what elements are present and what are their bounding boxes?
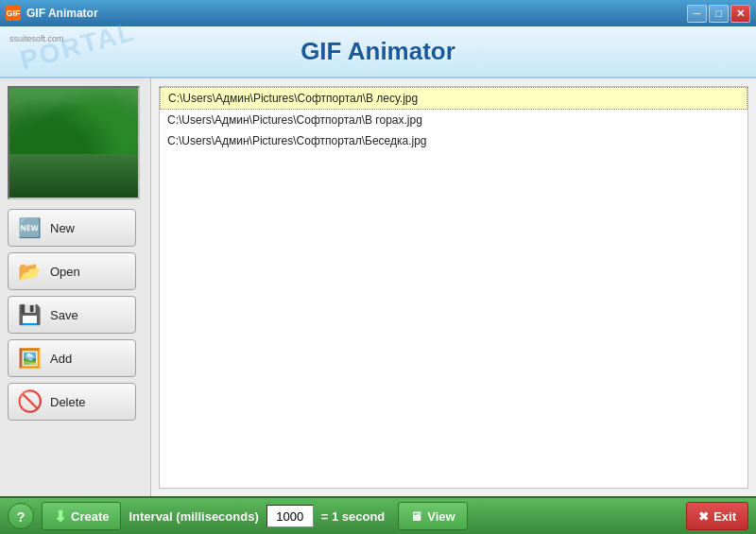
seconds-label: = 1 second	[321, 509, 386, 524]
bottom-bar: ? ⬇ Create Interval (milliseconds) = 1 s…	[0, 496, 756, 534]
logo: ssuitesoft.com	[9, 34, 64, 43]
maximize-button[interactable]: □	[709, 5, 729, 23]
help-button[interactable]: ?	[8, 503, 34, 529]
file-item[interactable]: C:\Users\Админ\Pictures\Софтпортал\В гор…	[160, 110, 747, 130]
close-button[interactable]: ✕	[730, 5, 750, 23]
main-content: 🆕 New 📂 Open 💾 Save 🖼️ Add 🚫 Delete C:\U…	[0, 78, 756, 496]
exit-x-icon: ✖	[698, 509, 709, 524]
create-button[interactable]: ⬇ Create	[42, 502, 121, 530]
open-button[interactable]: 📂 Open	[8, 252, 136, 290]
help-label: ?	[16, 508, 25, 525]
save-icon: 💾	[16, 301, 43, 328]
view-button[interactable]: 🖥 View	[398, 502, 467, 530]
file-item[interactable]: C:\Users\Админ\Pictures\Софтпортал\Бесед…	[160, 130, 747, 151]
open-icon: 📂	[16, 258, 43, 284]
new-icon: 🆕	[16, 215, 43, 241]
exit-label: Exit	[713, 509, 736, 524]
view-label: View	[427, 509, 455, 524]
minimize-button[interactable]: ─	[687, 5, 707, 23]
delete-label: Delete	[50, 395, 86, 409]
exit-button[interactable]: ✖ Exit	[686, 502, 748, 530]
interval-label: Interval (milliseconds)	[129, 509, 258, 524]
add-icon: 🖼️	[16, 345, 43, 371]
view-icon: 🖥	[410, 509, 422, 524]
window-title: GIF Animator	[26, 7, 98, 20]
create-arrow-icon: ⬇	[54, 508, 66, 525]
save-button[interactable]: 💾 Save	[8, 296, 136, 334]
interval-input[interactable]	[266, 505, 314, 527]
left-panel: 🆕 New 📂 Open 💾 Save 🖼️ Add 🚫 Delete	[0, 78, 151, 496]
app-header: PORTAL ssuitesoft.com GIF Animator	[0, 26, 756, 78]
add-label: Add	[50, 352, 72, 366]
delete-icon: 🚫	[16, 388, 43, 415]
add-button[interactable]: 🖼️ Add	[8, 339, 136, 377]
app-title: GIF Animator	[301, 37, 455, 66]
create-label: Create	[71, 509, 109, 524]
preview-box	[8, 86, 140, 199]
window-controls: ─ □ ✕	[687, 5, 750, 23]
app-icon: GIF	[6, 6, 21, 21]
open-label: Open	[50, 265, 80, 279]
file-item[interactable]: C:\Users\Админ\Pictures\Софтпортал\В лес…	[160, 87, 747, 110]
delete-button[interactable]: 🚫 Delete	[8, 383, 136, 421]
new-button[interactable]: 🆕 New	[8, 209, 136, 247]
new-label: New	[50, 221, 75, 235]
preview-image	[9, 88, 138, 198]
file-list-panel: C:\Users\Админ\Pictures\Софтпортал\В лес…	[159, 86, 748, 489]
save-label: Save	[50, 308, 78, 322]
